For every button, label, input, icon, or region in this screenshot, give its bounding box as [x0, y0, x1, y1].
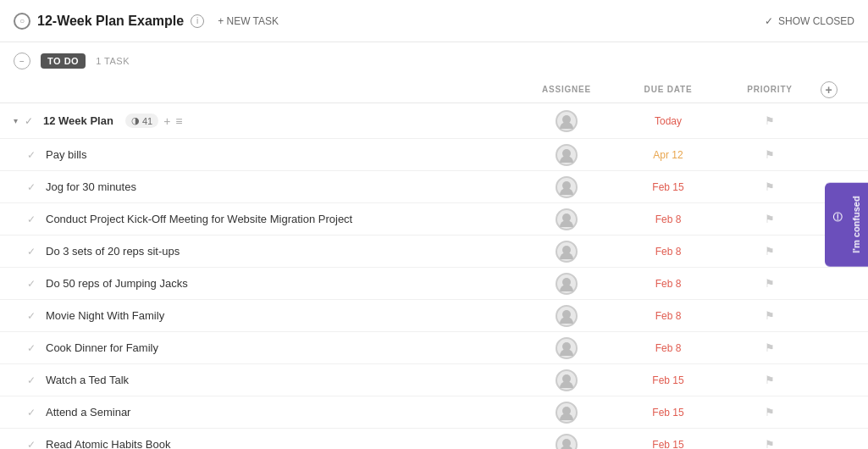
- task-name-cell: ✓ Read Atomic Habits Book: [14, 438, 516, 449]
- parent-task-row: ▾ ✓ 12 Week Plan ◑ 41 + ≡ Today ⚑: [0, 103, 868, 139]
- task-row: ✓ Cook Dinner for Family Feb 8 ⚑: [0, 332, 868, 364]
- priority-cell: ⚑: [719, 438, 821, 449]
- avatar[interactable]: [556, 208, 578, 230]
- due-date: Feb 8: [617, 342, 719, 354]
- due-date: Feb 15: [617, 374, 719, 386]
- task-row: ✓ Attend a Seminar Feb 15 ⚑: [0, 396, 868, 429]
- assignee-cell: [516, 144, 617, 166]
- due-date: Apr 12: [617, 149, 719, 161]
- flag-icon[interactable]: ⚑: [765, 406, 775, 419]
- check-icon[interactable]: ✓: [27, 310, 39, 322]
- col-duedate-header: DUE DATE: [617, 85, 719, 94]
- assignee-cell: [516, 402, 617, 424]
- avatar[interactable]: [556, 434, 578, 450]
- task-row: ✓ Do 3 sets of 20 reps sit-ups Feb 8 ⚑: [0, 236, 868, 268]
- check-icon[interactable]: ✓: [27, 407, 39, 419]
- check-icon[interactable]: ✓: [27, 246, 39, 258]
- assignee-cell: [516, 176, 617, 198]
- add-subtask-icon[interactable]: +: [163, 114, 170, 128]
- info-icon[interactable]: i: [191, 14, 204, 28]
- flag-icon[interactable]: ⚑: [765, 245, 775, 258]
- task-name: Pay bills: [46, 148, 86, 161]
- parent-priority-cell: ⚑: [719, 114, 821, 127]
- task-name-cell: ✓ Do 50 reps of Jumping Jacks: [14, 277, 516, 290]
- flag-icon[interactable]: ⚑: [765, 180, 775, 193]
- flag-icon[interactable]: ⚑: [765, 309, 775, 322]
- flag-icon[interactable]: ⚑: [765, 341, 775, 354]
- tag-count: 41: [142, 116, 152, 126]
- check-icon[interactable]: ✓: [27, 213, 39, 225]
- avatar[interactable]: [556, 369, 578, 391]
- priority-cell: ⚑: [719, 213, 821, 225]
- flag-icon[interactable]: ⚑: [765, 374, 775, 386]
- priority-cell: ⚑: [719, 277, 821, 290]
- flag-icon[interactable]: ⚑: [765, 114, 775, 127]
- add-section-button[interactable]: +: [821, 81, 838, 98]
- show-closed-button[interactable]: ✓ SHOW CLOSED: [765, 15, 854, 27]
- flag-icon[interactable]: ⚑: [765, 213, 775, 225]
- avatar[interactable]: [556, 241, 578, 263]
- task-name-cell: ✓ Attend a Seminar: [14, 406, 516, 419]
- avatar[interactable]: [556, 337, 578, 359]
- task-name: Do 3 sets of 20 reps sit-ups: [46, 245, 180, 258]
- flag-icon[interactable]: ⚑: [765, 148, 775, 161]
- parent-due-date: Today: [617, 115, 719, 127]
- check-icon[interactable]: ✓: [27, 278, 39, 290]
- check-icon[interactable]: ✓: [27, 374, 39, 386]
- task-name-cell: ✓ Cook Dinner for Family: [14, 341, 516, 354]
- task-name: Conduct Project Kick-Off Meeting for Web…: [46, 213, 352, 225]
- priority-cell: ⚑: [719, 245, 821, 258]
- list-icon[interactable]: ≡: [175, 114, 182, 128]
- collapse-button[interactable]: −: [14, 53, 30, 69]
- parent-check-icon[interactable]: ✓: [25, 115, 36, 127]
- parent-task-name[interactable]: 12 Week Plan: [43, 114, 113, 127]
- new-task-button[interactable]: + NEW TASK: [211, 12, 285, 30]
- task-name-cell: ✓ Do 3 sets of 20 reps sit-ups: [14, 245, 516, 258]
- assignee-cell: [516, 434, 617, 450]
- parent-assignee-cell: [516, 110, 617, 132]
- due-date: Feb 8: [617, 278, 719, 290]
- task-name: Read Atomic Habits Book: [46, 438, 170, 449]
- priority-cell: ⚑: [719, 148, 821, 161]
- check-icon[interactable]: ✓: [27, 439, 39, 450]
- task-name: Jog for 30 minutes: [46, 180, 136, 193]
- subtask-count-badge: ◑ 41: [125, 114, 158, 128]
- circle-icon: ○: [14, 13, 30, 30]
- task-name-cell: ✓ Movie Night With Family: [14, 309, 516, 322]
- due-date: Feb 8: [617, 213, 719, 225]
- task-name: Attend a Seminar: [46, 406, 130, 419]
- header-left: ○ 12-Week Plan Example i + NEW TASK: [14, 12, 765, 30]
- task-row: ✓ Watch a Ted Talk Feb 15 ⚑: [0, 364, 868, 396]
- avatar[interactable]: [556, 273, 578, 295]
- task-name-cell: ✓ Conduct Project Kick-Off Meeting for W…: [14, 213, 516, 225]
- col-assignee-header: ASSIGNEE: [516, 85, 617, 94]
- avatar[interactable]: [556, 110, 578, 132]
- assignee-cell: [516, 337, 617, 359]
- parent-task-icons: ◑ 41 + ≡: [125, 114, 183, 128]
- task-name: Do 50 reps of Jumping Jacks: [46, 277, 188, 290]
- task-row: ✓ Conduct Project Kick-Off Meeting for W…: [0, 203, 868, 236]
- assignee-cell: [516, 273, 617, 295]
- confused-button[interactable]: ⓘ I'm confused: [825, 182, 868, 266]
- flag-icon[interactable]: ⚑: [765, 277, 775, 290]
- col-add-header: +: [821, 81, 854, 98]
- check-icon[interactable]: ✓: [27, 342, 39, 354]
- flag-icon[interactable]: ⚑: [765, 438, 775, 449]
- check-icon[interactable]: ✓: [27, 181, 39, 193]
- assignee-cell: [516, 208, 617, 230]
- task-name-cell: ✓ Watch a Ted Talk: [14, 374, 516, 386]
- check-icon[interactable]: ✓: [27, 149, 39, 161]
- task-row: ✓ Read Atomic Habits Book Feb 15 ⚑: [0, 429, 868, 449]
- avatar[interactable]: [556, 176, 578, 198]
- avatar[interactable]: [556, 305, 578, 327]
- task-row: ✓ Jog for 30 minutes Feb 15 ⚑: [0, 171, 868, 203]
- task-name-cell: ✓ Jog for 30 minutes: [14, 180, 516, 193]
- assignee-cell: [516, 305, 617, 327]
- show-closed-check: ✓: [765, 15, 773, 27]
- avatar[interactable]: [556, 402, 578, 424]
- task-list: ▾ ✓ 12 Week Plan ◑ 41 + ≡ Today ⚑ ✓ Pay …: [0, 103, 868, 449]
- avatar[interactable]: [556, 144, 578, 166]
- page-title: 12-Week Plan Example: [37, 14, 184, 29]
- expand-icon[interactable]: ▾: [14, 116, 18, 125]
- task-count: 1 TASK: [96, 56, 130, 66]
